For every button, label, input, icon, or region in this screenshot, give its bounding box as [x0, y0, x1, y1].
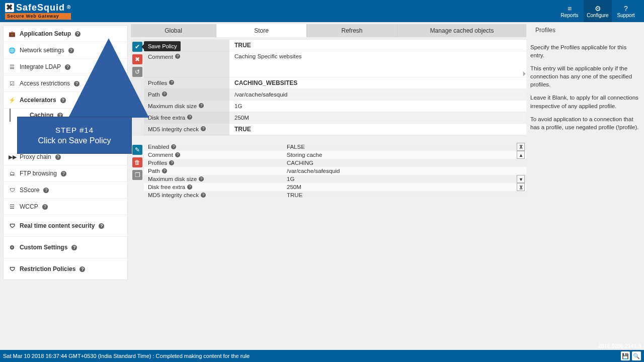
logo: ✖ SafeSquid ® Secure Web Gateway: [5, 3, 71, 20]
move-up-button[interactable]: ▴: [517, 151, 525, 159]
policy-list-entry: ✎ 🗑 ❐ Enabled?FALSE⊼ Comment?Storing cac…: [131, 143, 526, 199]
save-config-button[interactable]: 💾: [621, 351, 630, 360]
sidebar-item-network[interactable]: Network settings?: [4, 42, 127, 59]
list-value: 250M: [283, 183, 515, 191]
help-icon[interactable]: ?: [74, 81, 79, 86]
help-icon[interactable]: ?: [171, 144, 176, 149]
main-content: Global Store Refresh Manage cached objec…: [131, 24, 526, 350]
sidebar-item-label: Network settings: [20, 47, 64, 54]
store-tabs: Global Store Refresh Manage cached objec…: [131, 24, 526, 37]
help-icon[interactable]: ?: [75, 31, 80, 37]
sidebar: Application Setup ? Network settings? In…: [0, 22, 131, 350]
move-top-button[interactable]: ⊼: [517, 143, 525, 151]
profiles-input[interactable]: CACHING_WEBSITES: [229, 77, 526, 89]
sidebar-item-access[interactable]: Access restrictions?: [4, 75, 127, 92]
shield-icon: [9, 223, 16, 229]
nav-support[interactable]: ? Support: [612, 0, 640, 22]
help-icon[interactable]: ?: [43, 188, 49, 193]
help-icon[interactable]: ?: [162, 92, 167, 97]
help-icon[interactable]: ?: [68, 48, 74, 53]
info-text: Specify the Profiles applicable for this…: [530, 43, 642, 131]
tab-manage-cached[interactable]: Manage cached objects: [397, 24, 526, 37]
list-label: Maximum disk size: [148, 176, 197, 182]
revert-button[interactable]: ↺: [132, 67, 142, 77]
tab-refresh[interactable]: Refresh: [307, 24, 397, 37]
sidebar-item-label: Custom Settings: [20, 244, 67, 251]
help-icon[interactable]: ?: [187, 185, 192, 190]
tab-global[interactable]: Global: [131, 24, 216, 37]
sidebar-item-ldap[interactable]: Integrate LDAP?: [4, 59, 127, 75]
sidebar-item-custom[interactable]: Custom Settings?: [4, 237, 127, 258]
diskfree-input[interactable]: 250M: [229, 112, 526, 124]
forward-icon: [9, 154, 16, 160]
help-icon[interactable]: ?: [79, 266, 85, 272]
md5-input[interactable]: TRUE: [229, 124, 526, 135]
enabled-input[interactable]: TRUE: [229, 40, 526, 51]
path-input[interactable]: /var/cache/safesquid: [229, 89, 526, 101]
nav-configure[interactable]: ⚙ Configure: [584, 0, 612, 22]
list-value: FALSE: [283, 143, 515, 151]
sidebar-app-setup[interactable]: Application Setup ?: [4, 26, 127, 42]
help-icon[interactable]: ?: [71, 245, 77, 250]
save-policy-tooltip: Save Policy: [144, 41, 181, 51]
sidebar-item-wccp[interactable]: WCCP?: [4, 199, 127, 215]
resize-handle-icon[interactable]: ◢: [520, 70, 526, 76]
maxdisk-input[interactable]: 1G: [229, 101, 526, 112]
delete-entry-button[interactable]: 🗑: [132, 157, 142, 167]
list-value: Storing cache: [283, 151, 515, 159]
help-icon[interactable]: ?: [175, 54, 180, 59]
list-value: CACHING: [283, 159, 515, 167]
info-p1: Specify the Profiles applicable for this…: [530, 43, 642, 59]
md5-label: MD5 integrity check: [148, 126, 199, 132]
help-icon[interactable]: ?: [175, 152, 180, 157]
help-icon[interactable]: ?: [201, 126, 206, 131]
help-icon[interactable]: ?: [187, 115, 192, 120]
move-bottom-button[interactable]: ⊻: [517, 183, 525, 191]
cancel-button[interactable]: ✖: [132, 54, 142, 64]
sidebar-item-proxy[interactable]: Proxy chain?: [4, 149, 127, 165]
sidebar-item-accelerators[interactable]: Accelerators?: [4, 92, 127, 109]
search-button[interactable]: 🔍: [632, 351, 641, 360]
reports-icon: ≡: [568, 5, 572, 13]
help-icon[interactable]: ?: [60, 98, 66, 103]
save-policy-button[interactable]: ✔: [132, 42, 142, 52]
support-icon: ?: [624, 5, 628, 13]
help-icon[interactable]: ?: [169, 160, 174, 165]
help-icon[interactable]: ?: [55, 154, 61, 160]
sidebar-item-sscore[interactable]: SScore?: [4, 182, 127, 199]
folder-icon: [9, 170, 16, 176]
sidebar-item-label: FTP browsing: [20, 170, 57, 177]
configure-icon: ⚙: [595, 5, 601, 13]
sidebar-item-label: Access restrictions: [20, 80, 70, 87]
tab-store[interactable]: Store: [216, 24, 307, 37]
sidebar-item-label: WCCP: [20, 203, 38, 210]
help-icon[interactable]: ?: [169, 80, 174, 85]
comment-input[interactable]: Caching Specific websites◢: [229, 51, 526, 77]
help-icon[interactable]: ?: [201, 193, 206, 198]
help-icon[interactable]: ?: [199, 103, 204, 108]
header-nav: ≡ Reports ⚙ Configure ? Support: [555, 0, 640, 22]
globe-icon: [9, 47, 16, 54]
help-icon[interactable]: ?: [199, 176, 204, 182]
help-icon[interactable]: ?: [99, 223, 104, 229]
edit-entry-button[interactable]: ✎: [132, 145, 142, 155]
help-icon[interactable]: ?: [65, 64, 70, 70]
help-icon[interactable]: ?: [162, 168, 167, 173]
clone-entry-button[interactable]: ❐: [132, 170, 142, 180]
help-icon[interactable]: ?: [42, 204, 48, 210]
logo-reg: ®: [67, 5, 71, 10]
sidebar-item-ftp[interactable]: FTP browsing?: [4, 165, 127, 182]
nav-configure-label: Configure: [587, 13, 608, 18]
nav-reports[interactable]: ≡ Reports: [555, 0, 584, 22]
help-icon[interactable]: ?: [57, 113, 63, 118]
logo-subtitle: Secure Web Gateway: [5, 13, 71, 20]
help-icon[interactable]: ?: [61, 171, 66, 176]
list-label: MD5 integrity check: [148, 192, 199, 198]
info-panel: Profiles Specify the Profiles applicable…: [530, 24, 642, 350]
list-value: /var/cache/safesquid: [283, 167, 515, 175]
sidebar-item-rtcs[interactable]: Real time content security?: [4, 215, 127, 237]
sidebar-item-caching[interactable]: Caching?: [26, 109, 127, 122]
move-down-button[interactable]: ▾: [517, 175, 525, 183]
wrench-icon: ✖: [5, 3, 14, 12]
sidebar-item-restriction[interactable]: Restriction Policies?: [4, 258, 127, 280]
